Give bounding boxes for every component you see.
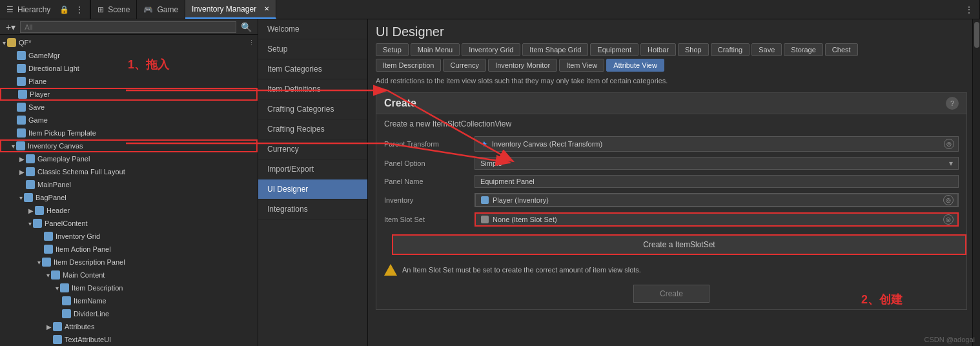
cube-icon-mainpanel [26, 180, 35, 189]
tree-item-header[interactable]: ▶ Header [0, 204, 258, 217]
tab-inventory-grid[interactable]: Inventory Grid [462, 43, 520, 56]
tab-chest[interactable]: Chest [825, 43, 858, 56]
value-panel-option[interactable]: Simple [475, 157, 959, 170]
grid-icon: ⊞ [97, 5, 104, 14]
tree-item-classic[interactable]: ▶ Classic Schema Full Layout [0, 165, 258, 178]
button-row-1: Setup Main Menu Inventory Grid Item Shap… [376, 43, 972, 56]
nav-crafting-recipes[interactable]: Crafting Recipes [258, 119, 367, 139]
hierarchy-header-tab[interactable]: ☰ Hierarchy 🔒 ⋮ [0, 0, 90, 19]
arrow-maincontent: ▾ [46, 272, 50, 279]
tab-item-view[interactable]: Item View [559, 59, 604, 72]
cube-icon-itemdesc [42, 258, 51, 267]
tree-item-divider[interactable]: ▶ DividerLine [0, 307, 258, 320]
cube-icon-qf [7, 38, 16, 47]
more-icon[interactable]: ⋮ [76, 5, 83, 14]
tree-item-itemdesc[interactable]: ▾ Item Description Panel [0, 256, 258, 269]
tab-attribute-view[interactable]: Attribute View [606, 59, 664, 72]
tree-item-invcanvas[interactable]: ▾ Inventory Canvas [0, 139, 258, 152]
tab-crafting[interactable]: Crafting [711, 43, 750, 56]
tab-currency[interactable]: Currency [443, 59, 486, 72]
tree-item-game[interactable]: ▶ Game [0, 114, 258, 127]
parent-transform-circle-btn[interactable]: ◎ [944, 139, 954, 149]
tree-item-mainpanel[interactable]: ▶ MainPanel [0, 178, 258, 191]
tab-equipment[interactable]: Equipment [590, 43, 638, 56]
tree-item-qf[interactable]: ▾ QF* ⋮ [0, 36, 258, 49]
help-button[interactable]: ? [946, 97, 959, 110]
tree-item-player[interactable]: ▶ Player [0, 88, 258, 101]
label-attributes: Attributes [65, 323, 94, 331]
tab-shop[interactable]: Shop [678, 43, 709, 56]
top-more-icon: ⋮ [965, 5, 973, 14]
nav-currency[interactable]: Currency [258, 139, 367, 159]
add-btn[interactable]: +▾ [4, 22, 17, 32]
tab-save[interactable]: Save [751, 43, 782, 56]
tab-setup[interactable]: Setup [376, 43, 409, 56]
create-final-btn[interactable]: Create [633, 285, 709, 303]
scroll-thumb[interactable] [974, 22, 979, 48]
hierarchy-toolbar: +▾ 🔍 [0, 19, 258, 35]
nav-integrations[interactable]: Integrations [258, 199, 367, 219]
tree-item-textattr[interactable]: ▶ TextAttributeUI [0, 333, 258, 346]
label-directional: Directional Light [28, 65, 79, 72]
value-inventory[interactable]: Player (Inventory) ◎ [475, 193, 959, 207]
cube-icon-directional [17, 64, 26, 73]
tree-item-pickup[interactable]: ▶ Item Pickup Template [0, 127, 258, 139]
nav-item-categories[interactable]: Item Categories [258, 59, 367, 79]
tree-item-itemaction[interactable]: ▶ Item Action Panel [0, 243, 258, 256]
tab-item-shape-grid[interactable]: Item Shape Grid [522, 43, 588, 56]
top-more-btn[interactable]: ⋮ [959, 0, 980, 19]
tab-hotbar[interactable]: Hotbar [640, 43, 676, 56]
nav-crafting-categories[interactable]: Crafting Categories [258, 99, 367, 119]
search-input[interactable] [20, 21, 236, 33]
dialog-row-parent: Parent Transform ✦ Inventory Canvas (Rec… [376, 134, 966, 154]
cube-icon-invcanvas [16, 141, 25, 150]
tab-item-description[interactable]: Item Description [376, 59, 441, 72]
panel-name-text: Equipment Panel [480, 178, 535, 185]
value-parent-transform[interactable]: ✦ Inventory Canvas (Rect Transform) ◎ [475, 136, 959, 152]
tree-item-maincontent[interactable]: ▾ Main Content [0, 269, 258, 281]
button-row-2: Item Description Currency Inventory Moni… [376, 59, 972, 72]
nav-ui-designer[interactable]: UI Designer [258, 179, 367, 199]
inventory-text: Player (Inventory) [493, 196, 549, 204]
dialog-title-bar: Create ? [376, 93, 966, 114]
tree-item-panelcontent[interactable]: ▾ PanelContent [0, 217, 258, 230]
tree-item-plane[interactable]: ▶ Plane [0, 75, 258, 88]
tree-item-gamemgr[interactable]: ▶ GameMgr [0, 49, 258, 62]
tab-main-menu[interactable]: Main Menu [411, 43, 460, 56]
inventory-circle-btn[interactable]: ◎ [943, 195, 954, 205]
tree-item-attributes[interactable]: ▶ Attributes [0, 320, 258, 333]
tree-item-gameplay[interactable]: ▶ Gameplay Panel [0, 152, 258, 165]
inventory-manager-label: Inventory Manager [192, 5, 256, 14]
game-tab[interactable]: 🎮 Game [137, 0, 185, 19]
cube-icon-game [17, 116, 26, 125]
scene-tab[interactable]: ⊞ Scene [90, 0, 137, 19]
dialog-footer: Create [376, 280, 966, 309]
more-qf[interactable]: ⋮ [248, 39, 255, 47]
tree-item-itemdescription[interactable]: ▾ Item Description [0, 281, 258, 294]
tree-item-invgrid[interactable]: ▶ Inventory Grid [0, 230, 258, 243]
value-panel-name[interactable]: Equipment Panel [475, 175, 959, 188]
nav-item-definitions[interactable]: Item Definitions [258, 79, 367, 99]
tab-inventory-monitor[interactable]: Inventory Monitor [488, 59, 557, 72]
nav-welcome[interactable]: Welcome [258, 19, 367, 39]
inventory-manager-tab[interactable]: Inventory Manager ✕ [185, 0, 276, 19]
tree-item-directional[interactable]: ▶ Directional Light [0, 62, 258, 75]
tree-item-itemname[interactable]: ▶ ItemName [0, 294, 258, 307]
value-item-slot-set[interactable]: None (Item Slot Set) ◎ [475, 212, 959, 227]
nav-import-export[interactable]: Import/Export [258, 159, 367, 179]
cube-icon-attributes [53, 322, 62, 331]
tab-storage[interactable]: Storage [784, 43, 823, 56]
search-icon-btn[interactable]: 🔍 [239, 22, 254, 32]
cube-icon-pickup [17, 128, 26, 137]
create-slot-btn[interactable]: Create a ItemSlotSet [392, 234, 966, 255]
left-nav: Welcome Setup Item Categories Item Defin… [258, 19, 368, 346]
slot-set-circle-btn[interactable]: ◎ [943, 214, 954, 225]
parent-transform-text: Inventory Canvas (Rect Transform) [492, 140, 602, 148]
right-scrollbar[interactable] [972, 19, 980, 346]
cube-icon-textattr [53, 335, 62, 344]
tree-item-bagpanel[interactable]: ▾ BagPanel [0, 191, 258, 204]
nav-setup[interactable]: Setup [258, 39, 367, 59]
label-itemaction: Item Action Panel [56, 245, 111, 253]
tab-close-icon[interactable]: ✕ [264, 5, 269, 12]
tree-item-save[interactable]: ▶ Save [0, 101, 258, 114]
